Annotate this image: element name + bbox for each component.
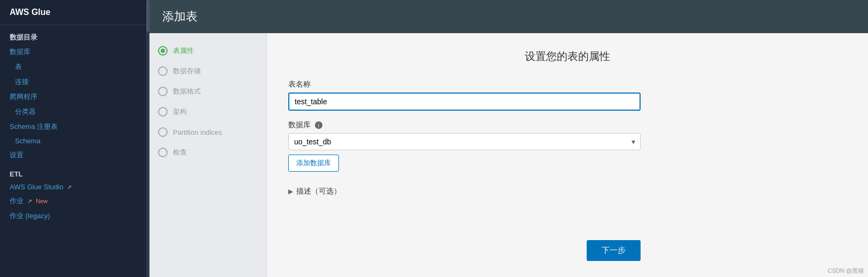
step-label-4: 架构: [173, 107, 187, 117]
page-title: 添加表: [162, 10, 198, 23]
sidebar: AWS Glue 数据目录 数据库 表 连接 爬网程序 分类器 Schema 注…: [0, 0, 149, 277]
scrollbar-track: [146, 0, 149, 277]
step-label-3: 数据格式: [173, 87, 201, 96]
step-data-storage[interactable]: 数据存储: [158, 66, 258, 76]
etl-section-title: ETL: [0, 163, 149, 180]
sidebar-item-settings[interactable]: 设置: [0, 148, 149, 163]
step-label-2: 数据存储: [173, 66, 201, 76]
sidebar-item-glue-studio[interactable]: AWS Glue Studio ↗: [0, 180, 149, 194]
step-circle-4: [158, 107, 168, 117]
step-table-properties[interactable]: 表属性: [158, 46, 258, 56]
description-label: 描述（可选）: [296, 187, 341, 196]
sidebar-item-connections[interactable]: 连接: [0, 74, 149, 89]
jobs-label: 作业: [10, 197, 23, 205]
form-footer: 下一步: [288, 224, 641, 261]
sidebar-item-jobs-legacy[interactable]: 作业 (legacy): [0, 209, 149, 224]
external-link-icon: ↗: [27, 198, 32, 204]
sidebar-item-tables[interactable]: 表: [0, 59, 149, 74]
description-toggle[interactable]: ▶ 描述（可选）: [288, 187, 641, 196]
step-circle-1: [158, 46, 168, 56]
description-arrow-icon: ▶: [288, 188, 293, 195]
add-database-button[interactable]: 添加数据库: [288, 155, 339, 172]
step-data-format[interactable]: 数据格式: [158, 87, 258, 96]
data-catalog-section-title: 数据目录: [0, 25, 149, 44]
step-label-1: 表属性: [173, 46, 194, 56]
step-schema[interactable]: 架构: [158, 107, 258, 117]
new-badge: New: [36, 198, 48, 204]
step-circle-6: [158, 148, 168, 157]
form-title: 设置您的表的属性: [288, 49, 847, 64]
database-select-wrapper: uo_test_db ▾: [288, 133, 641, 150]
sidebar-item-crawlers[interactable]: 爬网程序: [0, 89, 149, 104]
sidebar-item-jobs[interactable]: 作业 ↗ New: [0, 194, 149, 209]
page-header: 添加表: [149, 0, 868, 33]
step-partition-indices[interactable]: Partition indices: [158, 127, 258, 137]
database-select[interactable]: uo_test_db: [288, 133, 641, 150]
sidebar-item-schema-registry[interactable]: Schema 注册表: [0, 119, 149, 134]
wizard-steps-panel: 表属性 数据存储 数据格式 架构 Partition indices 检查: [149, 33, 267, 277]
step-label-6: 检查: [173, 148, 187, 157]
scrollbar-thumb[interactable]: [146, 0, 149, 32]
step-review[interactable]: 检查: [158, 148, 258, 157]
aws-glue-studio-label: AWS Glue Studio: [10, 183, 64, 191]
sidebar-item-databases[interactable]: 数据库: [0, 44, 149, 59]
watermark: CSDN @黑猫: [828, 267, 864, 275]
database-label: 数据库 i: [288, 120, 847, 130]
next-button[interactable]: 下一步: [587, 240, 641, 261]
sidebar-item-classifiers[interactable]: 分类器: [0, 104, 149, 119]
main-area: 添加表 表属性 数据存储 数据格式 架构 Parti: [149, 0, 868, 277]
step-circle-2: [158, 66, 168, 76]
step-circle-3: [158, 87, 168, 96]
table-name-group: 表名称: [288, 80, 847, 111]
step-label-5: Partition indices: [173, 128, 222, 136]
content-area: 表属性 数据存储 数据格式 架构 Partition indices 检查: [149, 33, 868, 277]
form-panel: 设置您的表的属性 表名称 数据库 i uo_test_db ▾ 添加数据库: [267, 33, 868, 277]
database-info-icon[interactable]: i: [315, 121, 322, 129]
app-logo: AWS Glue: [0, 0, 149, 25]
table-name-label: 表名称: [288, 80, 847, 89]
external-link-icon: ↗: [67, 184, 72, 190]
sidebar-item-schema[interactable]: Schema: [0, 134, 149, 148]
step-circle-5: [158, 127, 168, 137]
database-group: 数据库 i uo_test_db ▾ 添加数据库: [288, 120, 847, 172]
table-name-input[interactable]: [288, 93, 641, 111]
